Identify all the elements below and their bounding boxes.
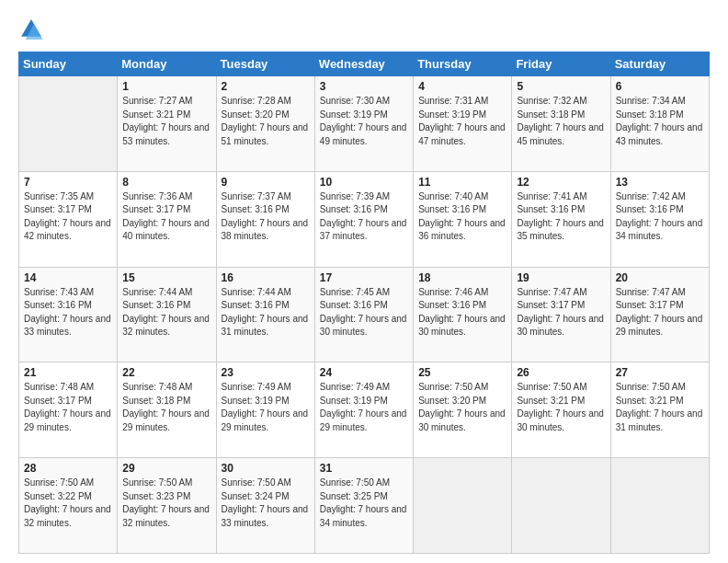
calendar-cell: 14Sunrise: 7:43 AMSunset: 3:16 PMDayligh… xyxy=(19,267,118,362)
calendar-cell xyxy=(610,458,709,554)
calendar-cell: 23Sunrise: 7:49 AMSunset: 3:19 PMDayligh… xyxy=(216,362,314,458)
calendar-cell: 24Sunrise: 7:49 AMSunset: 3:19 PMDayligh… xyxy=(314,362,413,458)
calendar-cell: 10Sunrise: 7:39 AMSunset: 3:16 PMDayligh… xyxy=(314,171,413,267)
calendar-table: SundayMondayTuesdayWednesdayThursdayFrid… xyxy=(18,52,710,554)
day-info: Sunrise: 7:50 AMSunset: 3:20 PMDaylight:… xyxy=(418,381,506,434)
calendar-week-2: 7Sunrise: 7:35 AMSunset: 3:17 PMDaylight… xyxy=(19,171,710,267)
day-info: Sunrise: 7:30 AMSunset: 3:19 PMDaylight:… xyxy=(320,95,408,148)
calendar-cell: 13Sunrise: 7:42 AMSunset: 3:16 PMDayligh… xyxy=(610,171,709,267)
weekday-header-friday: Friday xyxy=(512,52,610,76)
calendar-cell: 4Sunrise: 7:31 AMSunset: 3:19 PMDaylight… xyxy=(414,76,512,172)
day-number: 18 xyxy=(418,271,506,284)
calendar-cell: 26Sunrise: 7:50 AMSunset: 3:21 PMDayligh… xyxy=(512,362,610,458)
day-number: 27 xyxy=(616,366,704,379)
calendar-cell: 31Sunrise: 7:50 AMSunset: 3:25 PMDayligh… xyxy=(314,458,413,554)
calendar-cell: 19Sunrise: 7:47 AMSunset: 3:17 PMDayligh… xyxy=(512,267,610,362)
day-info: Sunrise: 7:44 AMSunset: 3:16 PMDaylight:… xyxy=(222,286,310,339)
calendar-cell: 15Sunrise: 7:44 AMSunset: 3:16 PMDayligh… xyxy=(118,267,216,362)
day-info: Sunrise: 7:34 AMSunset: 3:18 PMDaylight:… xyxy=(616,95,704,148)
day-number: 31 xyxy=(320,462,408,475)
calendar-cell: 1Sunrise: 7:27 AMSunset: 3:21 PMDaylight… xyxy=(118,76,216,172)
day-info: Sunrise: 7:32 AMSunset: 3:18 PMDaylight:… xyxy=(517,95,605,148)
calendar-cell: 3Sunrise: 7:30 AMSunset: 3:19 PMDaylight… xyxy=(314,76,413,172)
day-number: 12 xyxy=(517,176,605,189)
calendar-cell: 22Sunrise: 7:48 AMSunset: 3:18 PMDayligh… xyxy=(118,362,216,458)
header xyxy=(18,17,710,42)
day-info: Sunrise: 7:50 AMSunset: 3:22 PMDaylight:… xyxy=(24,477,112,530)
day-number: 10 xyxy=(320,176,408,189)
day-number: 4 xyxy=(418,80,506,93)
day-info: Sunrise: 7:43 AMSunset: 3:16 PMDaylight:… xyxy=(24,286,112,339)
weekday-header-monday: Monday xyxy=(118,52,216,76)
logo xyxy=(18,17,48,42)
calendar-cell: 2Sunrise: 7:28 AMSunset: 3:20 PMDaylight… xyxy=(216,76,314,172)
day-info: Sunrise: 7:50 AMSunset: 3:25 PMDaylight:… xyxy=(320,477,408,530)
calendar-cell: 28Sunrise: 7:50 AMSunset: 3:22 PMDayligh… xyxy=(19,458,118,554)
day-info: Sunrise: 7:45 AMSunset: 3:16 PMDaylight:… xyxy=(320,286,408,339)
day-number: 19 xyxy=(517,271,605,284)
calendar-cell: 11Sunrise: 7:40 AMSunset: 3:16 PMDayligh… xyxy=(414,171,512,267)
day-info: Sunrise: 7:28 AMSunset: 3:20 PMDaylight:… xyxy=(222,95,310,148)
day-info: Sunrise: 7:49 AMSunset: 3:19 PMDaylight:… xyxy=(222,381,310,434)
day-info: Sunrise: 7:44 AMSunset: 3:16 PMDaylight:… xyxy=(122,286,210,339)
day-info: Sunrise: 7:36 AMSunset: 3:17 PMDaylight:… xyxy=(122,190,210,244)
day-number: 30 xyxy=(222,462,310,475)
day-number: 3 xyxy=(320,80,408,93)
day-number: 9 xyxy=(222,176,310,189)
calendar-cell: 21Sunrise: 7:48 AMSunset: 3:17 PMDayligh… xyxy=(19,362,118,458)
day-number: 15 xyxy=(122,271,210,284)
weekday-header-tuesday: Tuesday xyxy=(216,52,314,76)
day-number: 14 xyxy=(24,271,112,284)
day-number: 8 xyxy=(122,176,210,189)
day-number: 29 xyxy=(122,462,210,475)
calendar-cell xyxy=(19,76,118,172)
calendar-cell: 12Sunrise: 7:41 AMSunset: 3:16 PMDayligh… xyxy=(512,171,610,267)
day-info: Sunrise: 7:35 AMSunset: 3:17 PMDaylight:… xyxy=(24,190,112,244)
calendar-cell: 7Sunrise: 7:35 AMSunset: 3:17 PMDaylight… xyxy=(19,171,118,267)
day-info: Sunrise: 7:48 AMSunset: 3:18 PMDaylight:… xyxy=(122,381,210,434)
calendar-week-3: 14Sunrise: 7:43 AMSunset: 3:16 PMDayligh… xyxy=(19,267,710,362)
calendar-cell: 25Sunrise: 7:50 AMSunset: 3:20 PMDayligh… xyxy=(414,362,512,458)
day-info: Sunrise: 7:37 AMSunset: 3:16 PMDaylight:… xyxy=(222,190,310,244)
day-info: Sunrise: 7:46 AMSunset: 3:16 PMDaylight:… xyxy=(418,286,506,339)
day-info: Sunrise: 7:40 AMSunset: 3:16 PMDaylight:… xyxy=(418,190,506,244)
calendar-week-5: 28Sunrise: 7:50 AMSunset: 3:22 PMDayligh… xyxy=(19,458,710,554)
day-info: Sunrise: 7:39 AMSunset: 3:16 PMDaylight:… xyxy=(320,190,408,244)
day-info: Sunrise: 7:50 AMSunset: 3:23 PMDaylight:… xyxy=(122,477,210,530)
calendar-cell: 8Sunrise: 7:36 AMSunset: 3:17 PMDaylight… xyxy=(118,171,216,267)
day-info: Sunrise: 7:50 AMSunset: 3:24 PMDaylight:… xyxy=(222,477,310,530)
day-number: 6 xyxy=(616,80,704,93)
day-number: 28 xyxy=(24,462,112,475)
calendar-cell: 29Sunrise: 7:50 AMSunset: 3:23 PMDayligh… xyxy=(118,458,216,554)
day-number: 2 xyxy=(222,80,310,93)
weekday-header-thursday: Thursday xyxy=(414,52,512,76)
day-info: Sunrise: 7:41 AMSunset: 3:16 PMDaylight:… xyxy=(517,190,605,244)
day-number: 24 xyxy=(320,366,408,379)
day-number: 25 xyxy=(418,366,506,379)
calendar-body: 1Sunrise: 7:27 AMSunset: 3:21 PMDaylight… xyxy=(19,76,710,554)
day-number: 1 xyxy=(122,80,210,93)
day-info: Sunrise: 7:47 AMSunset: 3:17 PMDaylight:… xyxy=(517,286,605,339)
day-number: 21 xyxy=(24,366,112,379)
calendar-cell: 30Sunrise: 7:50 AMSunset: 3:24 PMDayligh… xyxy=(216,458,314,554)
logo-icon xyxy=(18,17,44,42)
calendar-cell: 5Sunrise: 7:32 AMSunset: 3:18 PMDaylight… xyxy=(512,76,610,172)
weekday-header-row: SundayMondayTuesdayWednesdayThursdayFrid… xyxy=(19,52,710,76)
day-number: 26 xyxy=(517,366,605,379)
weekday-header-sunday: Sunday xyxy=(19,52,118,76)
calendar-cell: 27Sunrise: 7:50 AMSunset: 3:21 PMDayligh… xyxy=(610,362,709,458)
day-info: Sunrise: 7:50 AMSunset: 3:21 PMDaylight:… xyxy=(616,381,704,434)
day-info: Sunrise: 7:48 AMSunset: 3:17 PMDaylight:… xyxy=(24,381,112,434)
day-info: Sunrise: 7:50 AMSunset: 3:21 PMDaylight:… xyxy=(517,381,605,434)
weekday-header-saturday: Saturday xyxy=(610,52,709,76)
day-number: 5 xyxy=(517,80,605,93)
day-number: 11 xyxy=(418,176,506,189)
day-number: 13 xyxy=(616,176,704,189)
calendar-cell xyxy=(414,458,512,554)
day-info: Sunrise: 7:47 AMSunset: 3:17 PMDaylight:… xyxy=(616,286,704,339)
calendar-week-1: 1Sunrise: 7:27 AMSunset: 3:21 PMDaylight… xyxy=(19,76,710,172)
calendar-header: SundayMondayTuesdayWednesdayThursdayFrid… xyxy=(19,52,710,76)
day-info: Sunrise: 7:27 AMSunset: 3:21 PMDaylight:… xyxy=(122,95,210,148)
calendar-cell: 9Sunrise: 7:37 AMSunset: 3:16 PMDaylight… xyxy=(216,171,314,267)
calendar-cell: 6Sunrise: 7:34 AMSunset: 3:18 PMDaylight… xyxy=(610,76,709,172)
